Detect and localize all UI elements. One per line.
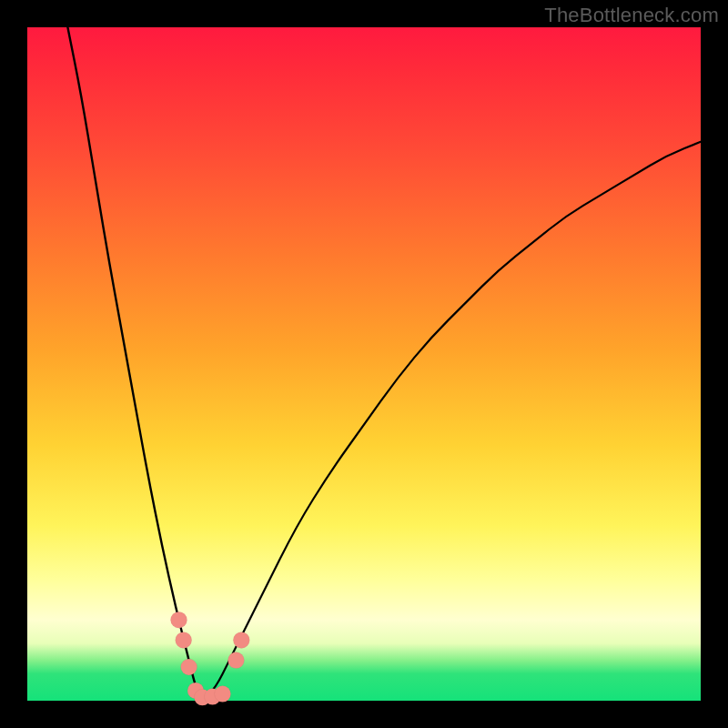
marker-dots <box>171 612 250 705</box>
marker-dot <box>233 632 249 648</box>
curve-right-branch <box>202 142 701 701</box>
plot-area <box>27 27 701 701</box>
bottleneck-curve-svg <box>27 27 701 701</box>
chart-frame: TheBottleneck.com <box>0 0 728 728</box>
curve-left-branch <box>67 27 202 701</box>
marker-dot <box>215 686 231 703</box>
watermark-text: TheBottleneck.com <box>544 4 719 27</box>
marker-dot <box>181 659 197 675</box>
marker-dot <box>176 632 192 648</box>
marker-dot <box>171 612 187 628</box>
marker-dot <box>228 652 244 669</box>
